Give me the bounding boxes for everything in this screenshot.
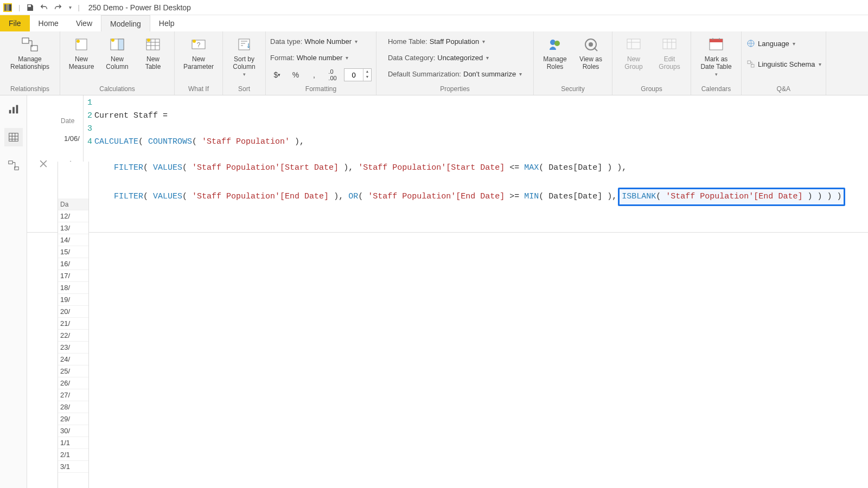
- table-row[interactable]: 13/: [58, 222, 88, 234]
- group-properties-label: Properties: [440, 84, 470, 94]
- svg-point-11: [193, 40, 196, 43]
- data-type-dropdown[interactable]: Data type: Whole Number ▾: [270, 35, 358, 48]
- svg-rect-27: [9, 133, 18, 142]
- language-dropdown[interactable]: Language ▾: [746, 37, 795, 50]
- group-formatting: Data type: Whole Number ▾ Format: Whole …: [266, 31, 376, 95]
- tab-modeling[interactable]: Modeling: [101, 15, 150, 31]
- svg-point-3: [76, 40, 80, 43]
- edit-groups-icon: [660, 35, 679, 54]
- tab-view[interactable]: View: [67, 15, 101, 31]
- svg-rect-12: [239, 39, 250, 50]
- svg-point-6: [111, 38, 114, 42]
- chevron-down-icon: ▾: [819, 61, 821, 67]
- manage-roles-button[interactable]: Manage Roles: [538, 34, 572, 72]
- new-parameter-button[interactable]: ? New Parameter: [179, 34, 218, 72]
- table-icon: [143, 35, 163, 54]
- svg-point-14: [554, 41, 560, 46]
- svg-rect-18: [663, 39, 676, 49]
- decimals-up[interactable]: ▲: [363, 69, 371, 74]
- qat-more-button[interactable]: ▾: [66, 1, 74, 14]
- decimals-down[interactable]: ▼: [363, 74, 371, 80]
- globe-icon: [746, 39, 756, 48]
- svg-rect-22: [748, 61, 750, 63]
- group-groups-label: Groups: [641, 84, 662, 94]
- new-table-button[interactable]: New Table: [136, 34, 170, 72]
- table-row[interactable]: 15/: [58, 246, 88, 258]
- table-row[interactable]: 16/: [58, 258, 88, 270]
- table-row[interactable]: 29/: [58, 413, 88, 425]
- schema-icon: [746, 60, 756, 68]
- table-row[interactable]: 1/1: [58, 437, 88, 449]
- view-as-roles-button[interactable]: View as Roles: [574, 34, 608, 72]
- save-button[interactable]: [23, 1, 36, 14]
- svg-text:?: ?: [197, 41, 201, 49]
- group-calculations-label: Calculations: [99, 84, 135, 94]
- mark-as-date-table-button[interactable]: Mark as Date Table ▾: [695, 34, 737, 78]
- table-row[interactable]: 20/: [58, 306, 88, 318]
- tab-home[interactable]: Home: [30, 15, 67, 31]
- sort-by-column-button[interactable]: Sort by Column ▾: [227, 34, 261, 78]
- table-row[interactable]: 12/: [58, 210, 88, 222]
- undo-button[interactable]: [37, 1, 50, 14]
- table-row[interactable]: 2/1: [58, 449, 88, 461]
- data-grid[interactable]: Da 12/ 13/ 14/ 15/ 16/ 17/ 18/ 19/ 20/ 2…: [58, 162, 89, 488]
- table-row[interactable]: 21/: [58, 318, 88, 330]
- column-header[interactable]: Da: [58, 198, 88, 210]
- edit-groups-button[interactable]: Edit Groups: [653, 34, 686, 72]
- model-view-button[interactable]: [4, 156, 23, 175]
- group-whatif: ? New Parameter What If: [175, 31, 223, 95]
- cancel-formula-button[interactable]: [36, 156, 51, 171]
- table-row[interactable]: 30/: [58, 425, 88, 437]
- report-view-button[interactable]: [4, 100, 23, 118]
- table-row[interactable]: 14/: [58, 234, 88, 246]
- group-qa: Language ▾ Linguistic Schema ▾ Q&A: [742, 31, 826, 95]
- ribbon: Manage Relationships Relationships New M…: [0, 31, 868, 95]
- currency-button[interactable]: $▾: [270, 68, 284, 81]
- tab-file[interactable]: File: [0, 15, 30, 31]
- new-column-button[interactable]: New Column: [100, 34, 134, 72]
- new-group-button[interactable]: New Group: [617, 34, 650, 72]
- format-dropdown[interactable]: Format: Whole number ▾: [270, 51, 348, 64]
- group-calendars-label: Calendars: [701, 84, 731, 94]
- decimals-input-wrap: ▲ ▼: [344, 68, 372, 81]
- percent-button[interactable]: %: [289, 68, 303, 81]
- table-row[interactable]: 18/: [58, 282, 88, 294]
- table-row[interactable]: 22/: [58, 330, 88, 342]
- manage-relationships-button[interactable]: Manage Relationships: [4, 34, 55, 72]
- group-relationships-label: Relationships: [10, 84, 49, 94]
- chevron-down-icon: ▾: [519, 71, 522, 77]
- table-row[interactable]: 23/: [58, 342, 88, 354]
- table-row[interactable]: 3/1: [58, 461, 88, 473]
- chevron-down-icon: ▾: [486, 55, 489, 61]
- calendar-icon: [706, 35, 726, 54]
- group-relationships: Manage Relationships Relationships: [0, 31, 60, 95]
- formula-bar: 1 2 3 4 Current Staff = CALCULATE( COUNT…: [27, 95, 868, 233]
- home-table-dropdown[interactable]: Home Table: Staff Population ▾: [388, 35, 485, 48]
- view-switcher: [0, 95, 27, 488]
- formula-editor[interactable]: Current Staff = CALCULATE( COUNTROWS( 'S…: [94, 95, 868, 232]
- table-row[interactable]: 24/: [58, 354, 88, 365]
- manage-relationships-label: Manage Relationships: [10, 55, 49, 72]
- thousands-button[interactable]: ,: [307, 68, 321, 81]
- table-row[interactable]: 26/: [58, 377, 88, 389]
- column-icon: [107, 35, 127, 54]
- default-summarization-dropdown[interactable]: Default Summarization: Don't summarize ▾: [388, 67, 522, 80]
- table-row[interactable]: 17/: [58, 270, 88, 282]
- table-row[interactable]: 19/: [58, 294, 88, 306]
- group-security-label: Security: [561, 84, 584, 94]
- relationships-icon: [20, 35, 40, 54]
- decimals-input[interactable]: [344, 69, 363, 81]
- table-row[interactable]: 28/: [58, 401, 88, 413]
- redo-button[interactable]: [52, 1, 65, 14]
- linguistic-schema-dropdown[interactable]: Linguistic Schema ▾: [746, 57, 821, 70]
- svg-rect-25: [12, 107, 15, 113]
- data-view-button[interactable]: [4, 128, 23, 146]
- new-measure-button[interactable]: New Measure: [65, 34, 98, 72]
- data-category-dropdown[interactable]: Data Category: Uncategorized ▾: [388, 51, 489, 64]
- peek-header: Date: [61, 117, 74, 125]
- table-row[interactable]: 27/: [58, 389, 88, 401]
- group-formatting-label: Formatting: [305, 84, 336, 94]
- group-groups: New Group Edit Groups Groups: [612, 31, 691, 95]
- table-row[interactable]: 25/: [58, 365, 88, 377]
- tab-help[interactable]: Help: [150, 15, 183, 31]
